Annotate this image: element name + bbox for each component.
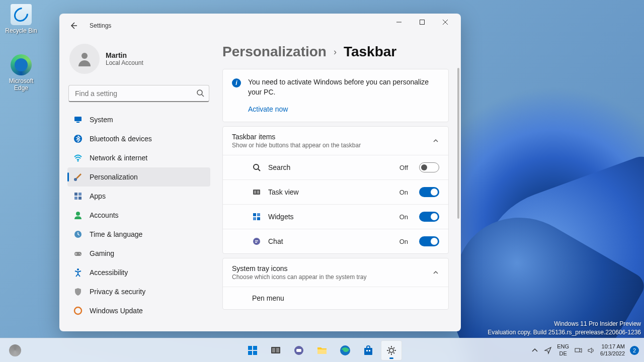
back-arrow-icon bbox=[69, 22, 77, 30]
section-title: System tray icons bbox=[232, 264, 432, 273]
toggle-switch[interactable] bbox=[419, 236, 439, 246]
taskbar-center bbox=[242, 340, 402, 360]
desktop-icon-recycle-bin[interactable]: Recycle Bin bbox=[2, 4, 40, 34]
svg-point-12 bbox=[76, 212, 80, 216]
sidebar-item-system[interactable]: System bbox=[67, 110, 210, 129]
taskbar-settings[interactable] bbox=[381, 340, 402, 360]
taskbar-chat[interactable] bbox=[288, 340, 309, 360]
toggle-switch[interactable] bbox=[419, 212, 439, 222]
taskbar: ENGDE 10:17 AM6/13/2022 2 bbox=[0, 338, 644, 362]
expander-header[interactable]: Taskbar items Show or hide buttons that … bbox=[223, 127, 448, 155]
gamepad-icon bbox=[73, 249, 83, 258]
svg-rect-25 bbox=[253, 217, 256, 220]
sidebar-item-label: System bbox=[90, 116, 113, 124]
toggle-switch[interactable] bbox=[419, 162, 439, 172]
taskbar-store[interactable] bbox=[358, 340, 379, 360]
sidebar: Martin Local Account SystemBluetooth & d… bbox=[59, 38, 215, 331]
minimize-button[interactable] bbox=[387, 14, 411, 30]
profile-sub: Local Account bbox=[106, 59, 143, 66]
svg-point-2 bbox=[197, 90, 202, 95]
toggle-row-task-view: Task view On bbox=[223, 179, 448, 204]
settings-icon bbox=[385, 344, 397, 356]
update-icon bbox=[73, 306, 83, 315]
back-button[interactable] bbox=[63, 16, 84, 36]
avatar-icon bbox=[69, 44, 100, 74]
clock[interactable]: 10:17 AM6/13/2022 bbox=[600, 343, 625, 356]
svg-point-19 bbox=[254, 164, 259, 169]
svg-rect-41 bbox=[369, 350, 370, 351]
sidebar-item-privacy-security[interactable]: Privacy & security bbox=[67, 282, 210, 301]
sidebar-item-label: Gaming bbox=[90, 249, 114, 257]
toggle-state: On bbox=[399, 189, 408, 196]
chevron-up-icon[interactable] bbox=[531, 346, 539, 354]
close-button[interactable] bbox=[434, 14, 457, 30]
toggle-label: Chat bbox=[268, 237, 392, 245]
breadcrumb: Personalization › Taskbar bbox=[222, 44, 449, 60]
shield-icon bbox=[73, 287, 83, 296]
scrollbar[interactable] bbox=[457, 68, 459, 259]
svg-point-42 bbox=[389, 348, 393, 352]
search-box bbox=[68, 85, 209, 102]
sidebar-item-label: Network & internet bbox=[90, 154, 147, 162]
svg-rect-0 bbox=[420, 20, 425, 25]
toggle-label: Pen menu bbox=[252, 294, 439, 302]
sidebar-item-accessibility[interactable]: Accessibility bbox=[67, 263, 210, 282]
svg-rect-21 bbox=[254, 191, 256, 194]
sidebar-item-label: Bluetooth & devices bbox=[90, 135, 152, 143]
content: Personalization › Taskbar i You need to … bbox=[215, 38, 461, 331]
sidebar-item-label: Accounts bbox=[90, 211, 119, 219]
breadcrumb-current: Taskbar bbox=[344, 44, 396, 60]
svg-rect-26 bbox=[257, 217, 260, 220]
activate-now-link[interactable]: Activate now bbox=[248, 105, 288, 113]
search-icon bbox=[252, 163, 261, 172]
monitor-icon bbox=[73, 115, 83, 124]
desktop-icon-label: Microsoft Edge bbox=[2, 77, 40, 92]
expander-header[interactable]: System tray icons Choose which icons can… bbox=[223, 258, 448, 287]
toggle-switch[interactable] bbox=[419, 187, 439, 197]
breadcrumb-parent[interactable]: Personalization bbox=[222, 44, 327, 60]
system-tray: ENGDE 10:17 AM6/13/2022 2 bbox=[531, 343, 639, 356]
toggle-label: Task view bbox=[268, 188, 392, 196]
sidebar-item-bluetooth-devices[interactable]: Bluetooth & devices bbox=[67, 129, 210, 148]
search-input[interactable] bbox=[68, 85, 209, 102]
taskbar-taskview[interactable] bbox=[265, 340, 286, 360]
sidebar-item-apps[interactable]: Apps bbox=[67, 187, 210, 206]
chat-icon bbox=[252, 237, 261, 246]
toggle-row-widgets: Widgets On bbox=[223, 204, 448, 229]
notification-badge[interactable]: 2 bbox=[630, 346, 639, 355]
section-taskbar-items: Taskbar items Show or hide buttons that … bbox=[222, 126, 449, 254]
sidebar-item-accounts[interactable]: Accounts bbox=[67, 206, 210, 225]
chat-icon bbox=[293, 344, 305, 356]
settings-window: Settings Martin Local Account SystemBl bbox=[59, 14, 461, 331]
sidebar-item-time-language[interactable]: Time & language bbox=[67, 225, 210, 244]
profile-name: Martin bbox=[106, 51, 143, 59]
sidebar-item-label: Privacy & security bbox=[90, 288, 145, 296]
taskbar-file-explorer[interactable] bbox=[311, 340, 333, 360]
svg-rect-8 bbox=[74, 193, 77, 196]
location-icon[interactable] bbox=[544, 346, 552, 354]
sidebar-item-network-internet[interactable]: Network & internet bbox=[67, 148, 210, 167]
language-indicator[interactable]: ENGDE bbox=[557, 343, 569, 356]
connect-icon[interactable] bbox=[574, 346, 582, 354]
svg-point-7 bbox=[74, 178, 77, 181]
desktop-icon-edge[interactable]: Microsoft Edge bbox=[2, 54, 40, 92]
taskbar-weather[interactable] bbox=[5, 340, 25, 360]
sidebar-item-personalization[interactable]: Personalization bbox=[67, 167, 210, 187]
chevron-up-icon bbox=[432, 137, 439, 144]
profile[interactable]: Martin Local Account bbox=[67, 38, 210, 83]
volume-icon[interactable] bbox=[587, 346, 595, 354]
sidebar-item-gaming[interactable]: Gaming bbox=[67, 244, 210, 263]
maximize-button[interactable] bbox=[411, 14, 434, 30]
taskview-icon bbox=[252, 188, 261, 197]
apps-icon bbox=[73, 192, 83, 201]
chevron-up-icon bbox=[432, 269, 439, 276]
edge-icon bbox=[339, 344, 351, 356]
file-explorer-icon bbox=[316, 344, 328, 356]
svg-point-17 bbox=[77, 268, 79, 270]
sidebar-item-label: Windows Update bbox=[90, 307, 143, 315]
sidebar-item-windows-update[interactable]: Windows Update bbox=[67, 301, 210, 320]
taskbar-edge[interactable] bbox=[335, 340, 356, 360]
svg-rect-31 bbox=[253, 351, 257, 355]
svg-point-27 bbox=[253, 238, 260, 245]
taskbar-start[interactable] bbox=[242, 340, 263, 360]
